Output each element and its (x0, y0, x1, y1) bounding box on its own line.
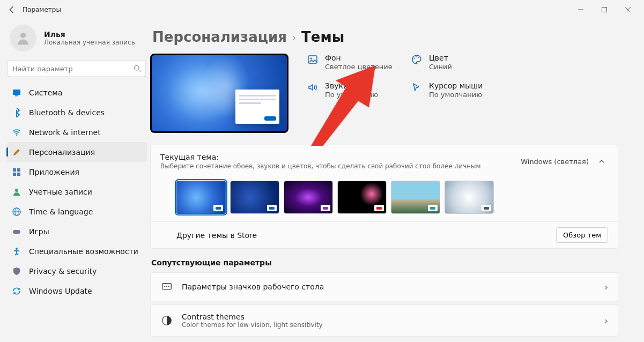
profile-name: Илья (44, 30, 135, 39)
svg-point-19 (310, 58, 312, 60)
close-icon (625, 7, 631, 12)
browse-themes-button[interactable]: Обзор тем (556, 227, 608, 243)
svg-point-3 (134, 65, 139, 70)
sidebar-item-4[interactable]: Приложения (6, 162, 147, 182)
close-button[interactable] (616, 1, 640, 18)
sidebar-item-label: Network & internet (29, 128, 101, 137)
chevron-right-icon: › (292, 32, 296, 43)
person-icon (12, 187, 21, 197)
sidebar-item-1[interactable]: Bluetooth & devices (6, 102, 147, 122)
breadcrumb-parent[interactable]: Персонализация (152, 29, 287, 45)
sidebar-item-10[interactable]: Windows Update (6, 281, 147, 301)
sidebar-item-8[interactable]: Специальные возможности (6, 241, 147, 261)
content: Персонализация › Темы ФонСветлое цветени… (150, 19, 644, 342)
theme-option-5[interactable] (391, 181, 440, 214)
search-icon (134, 65, 141, 72)
quick-sub: Светлое цветение (325, 63, 393, 71)
theme-preview (150, 54, 288, 133)
desktop-icon-settings-row[interactable]: Параметры значков рабочего стола › (150, 272, 618, 301)
avatar (10, 25, 36, 51)
quick-settings: ФонСветлое цветениеЦветСинийЗвукиПо умол… (307, 54, 502, 99)
window-controls (569, 1, 640, 18)
current-theme-title: Текущая тема: (160, 153, 481, 161)
sidebar-item-label: Bluetooth & devices (29, 108, 105, 117)
contrast-themes-row[interactable]: Contrast themes Color themes for low vis… (150, 304, 618, 337)
sidebar-item-6[interactable]: Time & language (6, 202, 147, 221)
quick-cursor[interactable]: Курсор мышиПо умолчанию (411, 81, 502, 99)
update-icon (12, 286, 21, 296)
app-title: Параметры (23, 6, 61, 13)
search-box[interactable] (8, 60, 146, 77)
sidebar-item-7[interactable]: Игры (6, 221, 147, 241)
back-button[interactable] (4, 2, 19, 17)
gamepad-icon (12, 227, 21, 236)
contrast-icon (160, 314, 173, 327)
svg-rect-11 (17, 173, 20, 176)
row-sub: Color themes for low vision, light sensi… (182, 321, 323, 329)
sidebar-item-3[interactable]: Персонализация (6, 142, 147, 162)
svg-point-21 (416, 56, 417, 57)
person-silhouette-icon (15, 30, 31, 46)
sidebar: Илья Локальная учетная запись СистемаBlu… (0, 19, 150, 342)
shield-icon (12, 266, 21, 276)
bluetooth-icon (12, 108, 21, 117)
sidebar-item-9[interactable]: Privacy & security (6, 261, 147, 281)
svg-point-22 (418, 57, 419, 58)
svg-rect-5 (13, 90, 20, 95)
svg-rect-1 (602, 8, 607, 12)
theme-option-1[interactable] (176, 181, 226, 214)
svg-point-2 (20, 33, 26, 38)
collapse-button[interactable] (595, 155, 608, 168)
theme-option-3[interactable] (284, 181, 333, 214)
image-icon (307, 54, 319, 65)
quick-image[interactable]: ФонСветлое цветение (307, 54, 403, 71)
svg-point-20 (414, 58, 415, 59)
quick-title: Фон (325, 54, 393, 63)
minimize-button[interactable] (569, 1, 593, 18)
quick-title: Цвет (429, 54, 452, 63)
row-title: Contrast themes (182, 313, 323, 321)
quick-sound[interactable]: ЗвукиПо умолчанию (307, 81, 403, 99)
accessibility-icon (12, 247, 21, 256)
apps-icon (12, 167, 21, 177)
maximize-button[interactable] (593, 1, 616, 18)
quick-title: Звуки (325, 81, 378, 91)
svg-point-26 (168, 286, 169, 287)
svg-rect-8 (13, 168, 16, 172)
chevron-up-icon (598, 158, 605, 165)
sidebar-item-label: Приложения (29, 168, 79, 176)
breadcrumb-current: Темы (301, 29, 344, 45)
related-title: Сопутствующие параметры (151, 258, 618, 267)
quick-title: Курсор мыши (429, 81, 483, 91)
row-title: Параметры значков рабочего стола (182, 282, 324, 291)
sidebar-item-0[interactable]: Система (6, 83, 147, 102)
current-theme-sub: Выберите сочетание обоев, звуков и цвето… (160, 162, 481, 170)
preview-window (235, 90, 279, 124)
profile-sub: Локальная учетная запись (44, 39, 135, 46)
sidebar-item-label: Privacy & security (29, 267, 97, 276)
current-theme-card: Текущая тема: Выберите сочетание обоев, … (150, 145, 618, 249)
breadcrumb: Персонализация › Темы (150, 29, 618, 45)
quick-palette[interactable]: ЦветСиний (411, 54, 502, 71)
svg-point-17 (16, 248, 18, 250)
svg-rect-9 (17, 168, 20, 172)
display-icon (12, 88, 21, 98)
nav-list: СистемаBluetooth & devicesNetwork & inte… (5, 83, 148, 301)
profile-block[interactable]: Илья Локальная учетная запись (5, 23, 148, 58)
svg-rect-6 (15, 95, 18, 96)
sidebar-item-5[interactable]: Учетные записи (6, 182, 147, 202)
search-input[interactable] (12, 65, 134, 73)
theme-option-6[interactable] (445, 181, 494, 214)
sound-icon (307, 81, 319, 93)
svg-point-7 (16, 134, 17, 135)
sidebar-item-2[interactable]: Network & internet (6, 122, 147, 142)
quick-sub: По умолчанию (325, 91, 378, 99)
chevron-right-icon: › (605, 282, 608, 292)
quick-sub: По умолчанию (429, 91, 483, 99)
brush-icon (12, 147, 21, 157)
store-link-label: Другие темы в Store (176, 231, 257, 240)
theme-option-4[interactable] (337, 181, 387, 214)
theme-option-2[interactable] (230, 181, 279, 214)
sidebar-item-label: Система (29, 88, 62, 97)
minimize-icon (578, 7, 583, 12)
